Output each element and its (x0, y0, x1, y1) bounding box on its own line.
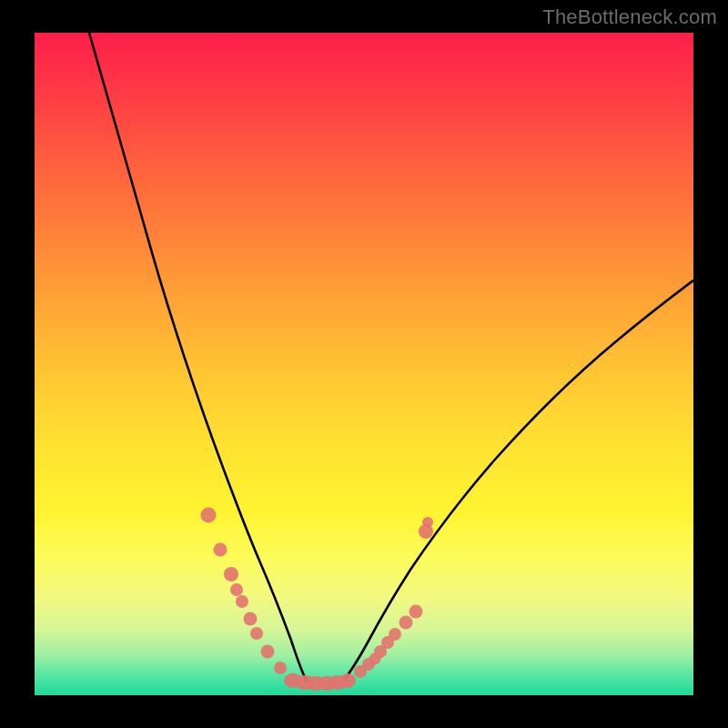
left-curve (89, 33, 308, 682)
marker-dot (244, 612, 258, 626)
watermark-text: TheBottleneck.com (542, 5, 717, 29)
bottom-blob (339, 673, 356, 688)
marker-dot (274, 662, 287, 674)
chart-svg (35, 33, 693, 695)
marker-dot (224, 567, 238, 581)
marker-dot (201, 508, 217, 523)
right-curve (342, 280, 693, 682)
left-marker-cluster (201, 508, 288, 675)
chart-frame: TheBottleneck.com (0, 0, 728, 728)
plot-area (35, 33, 693, 695)
marker-dot (236, 595, 248, 608)
marker-dot (261, 645, 275, 659)
marker-dot (389, 628, 401, 641)
marker-dot (410, 605, 423, 619)
marker-dot (214, 543, 228, 557)
marker-dot (250, 627, 263, 640)
marker-dot (230, 583, 243, 596)
marker-dot (422, 517, 433, 528)
marker-dot (399, 616, 413, 630)
bottom-blob-cluster (284, 673, 356, 691)
